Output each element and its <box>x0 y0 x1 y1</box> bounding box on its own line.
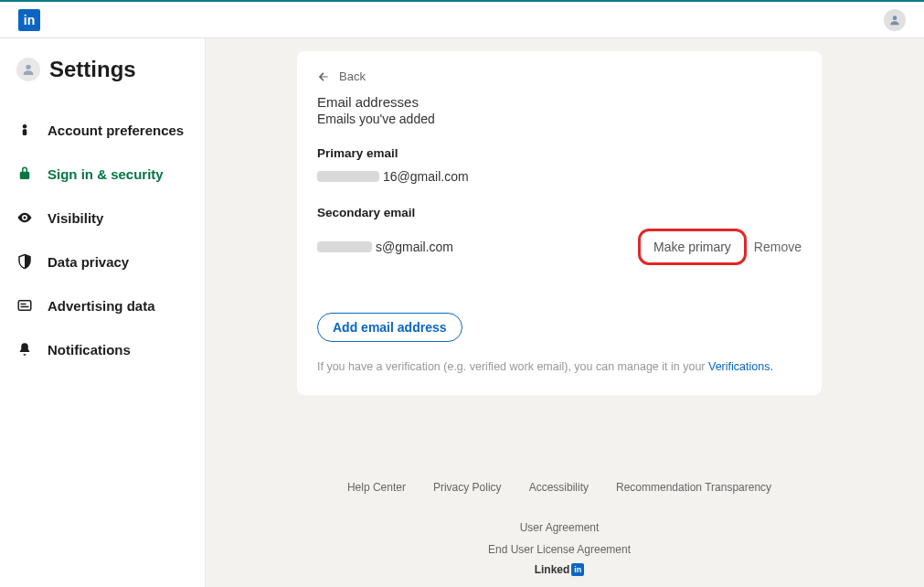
linkedin-logo-small: in <box>571 563 584 576</box>
highlight-annotation: Make primary <box>638 229 747 265</box>
svg-rect-7 <box>21 306 29 308</box>
shield-icon <box>16 253 33 270</box>
sidebar-item-label: Notifications <box>48 342 131 358</box>
remove-button[interactable]: Remove <box>754 240 802 254</box>
ad-icon <box>16 297 33 314</box>
back-label: Back <box>339 69 366 83</box>
topbar: in <box>0 0 924 38</box>
eye-icon <box>16 209 33 226</box>
person-icon <box>16 122 33 138</box>
svg-rect-5 <box>18 301 31 311</box>
linkedin-logo[interactable]: in <box>18 9 40 31</box>
svg-point-2 <box>23 124 27 129</box>
svg-rect-6 <box>21 304 27 305</box>
primary-email-row: 16@gmail.com <box>317 169 802 184</box>
make-primary-button[interactable]: Make primary <box>653 240 731 254</box>
main-area: Settings Account preferences Sign in & s… <box>0 38 924 587</box>
footer-links-row1: Help Center Privacy Policy Accessibility… <box>297 481 822 534</box>
bell-icon <box>16 341 33 358</box>
page-title: Settings <box>49 57 136 82</box>
footer-link[interactable]: Privacy Policy <box>433 481 502 494</box>
secondary-email-label: Secondary email <box>317 206 802 219</box>
footer-link[interactable]: Recommendation Transparency <box>616 481 771 494</box>
footer-brand: Linked in <box>535 563 585 576</box>
email-settings-card: Back Email addresses Emails you've added… <box>297 51 822 395</box>
primary-email-label: Primary email <box>317 146 802 160</box>
email-suffix: s@gmail.com <box>376 240 453 254</box>
redacted-text <box>317 241 372 252</box>
svg-rect-3 <box>23 129 27 135</box>
avatar[interactable] <box>884 9 906 31</box>
secondary-email-row: s@gmail.com Make primary Remove <box>317 229 802 265</box>
redacted-text <box>317 171 379 182</box>
back-button[interactable]: Back <box>317 69 802 83</box>
verification-note: If you have a verification (e.g. verifie… <box>317 360 802 373</box>
footer-link[interactable]: Accessibility <box>529 481 589 494</box>
footer-link[interactable]: End User License Agreement <box>297 543 822 556</box>
secondary-email-value: s@gmail.com <box>317 240 453 254</box>
lock-icon <box>16 165 33 182</box>
sidebar-item-label: Advertising data <box>48 298 155 314</box>
sidebar-item-notifications[interactable]: Notifications <box>16 327 205 371</box>
section-subtitle: Emails you've added <box>317 112 802 126</box>
sidebar-item-data-privacy[interactable]: Data privacy <box>16 240 205 283</box>
secondary-email-actions: Make primary Remove <box>638 229 802 265</box>
sidebar-item-visibility[interactable]: Visibility <box>16 196 205 240</box>
brand-text: Linked <box>535 563 570 576</box>
settings-header: Settings <box>16 57 205 82</box>
settings-avatar-icon <box>16 58 40 81</box>
sidebar-item-label: Visibility <box>48 210 103 226</box>
sidebar-item-account-preferences[interactable]: Account preferences <box>16 108 205 152</box>
add-email-button[interactable]: Add email address <box>317 313 462 342</box>
arrow-left-icon <box>317 70 330 83</box>
footer: Help Center Privacy Policy Accessibility… <box>297 472 822 587</box>
verification-text: If you have a verification (e.g. verifie… <box>317 360 708 373</box>
svg-point-1 <box>26 65 30 69</box>
footer-link[interactable]: User Agreement <box>520 521 600 534</box>
svg-point-0 <box>893 16 897 20</box>
primary-email-value: 16@gmail.com <box>317 169 469 184</box>
avatar-icon <box>888 14 901 27</box>
sidebar-item-label: Data privacy <box>48 254 129 270</box>
svg-point-4 <box>24 217 27 219</box>
section-title: Email addresses <box>317 94 802 110</box>
sidebar-item-signin-security[interactable]: Sign in & security <box>16 152 205 196</box>
sidebar-item-label: Account preferences <box>48 123 184 138</box>
email-suffix: 16@gmail.com <box>383 169 469 184</box>
verifications-link[interactable]: Verifications. <box>708 360 773 373</box>
sidebar-item-advertising-data[interactable]: Advertising data <box>16 283 205 327</box>
sidebar-item-label: Sign in & security <box>48 166 164 182</box>
sidebar: Settings Account preferences Sign in & s… <box>0 38 206 587</box>
content: Back Email addresses Emails you've added… <box>206 38 924 587</box>
footer-link[interactable]: Help Center <box>347 481 406 494</box>
